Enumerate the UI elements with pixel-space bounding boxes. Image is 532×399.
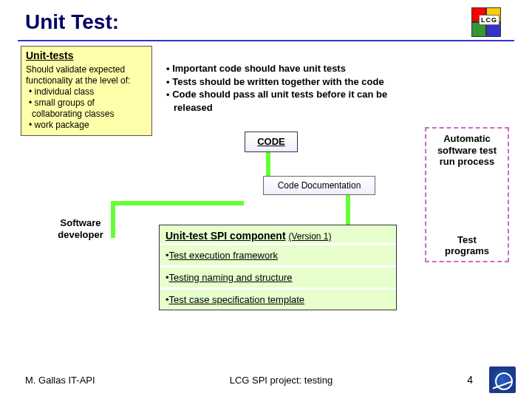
spi-item: Test execution framework (160, 243, 396, 265)
page-title: Unit Test: (25, 10, 119, 34)
unit-tests-item: small groups of (29, 98, 147, 109)
spi-component-box: Unit-test SPI component (Version 1) Test… (159, 225, 397, 310)
unit-tests-intro: functionality at the level of: (26, 75, 147, 86)
important-item-cont: released (166, 101, 454, 115)
code-documentation-box: Code Documentation (263, 176, 375, 195)
footer-author: M. Gallas IT-API (25, 375, 95, 386)
code-box: CODE (245, 132, 298, 152)
unit-tests-item: individual class (29, 86, 147, 98)
cern-logo (489, 366, 516, 393)
spi-item: Test case specification template (160, 287, 396, 310)
spi-item: Testing naming and structure (160, 265, 396, 287)
important-points: Important code should have unit tests Te… (166, 62, 454, 114)
lcg-logo: LCG (471, 7, 514, 37)
spi-title: Unit-test SPI component (166, 230, 286, 242)
unit-tests-item: work package (29, 120, 147, 131)
automatic-process-box: Automatic software test run process Test… (425, 127, 509, 262)
connector-line (346, 195, 350, 225)
lcg-logo-text: LCG (479, 15, 499, 25)
unit-tests-intro: Should validate expected (26, 64, 147, 75)
important-item: Code should pass all unit tests before i… (166, 88, 454, 101)
unit-tests-item-cont: collaborating classes (26, 109, 147, 120)
unit-tests-heading: Unit-tests (26, 50, 147, 63)
footer-project: LCG SPI project: testing (230, 375, 332, 386)
software-developer-label: Software developer (47, 217, 114, 242)
spi-version: (Version 1) (288, 231, 331, 242)
important-item: Tests should be written together with th… (166, 75, 454, 89)
important-item: Important code should have unit tests (166, 62, 454, 75)
connector-line (111, 201, 244, 205)
page-number: 4 (467, 374, 473, 386)
connector-line (266, 152, 270, 176)
unit-tests-box: Unit-tests Should validate expected func… (21, 46, 152, 136)
